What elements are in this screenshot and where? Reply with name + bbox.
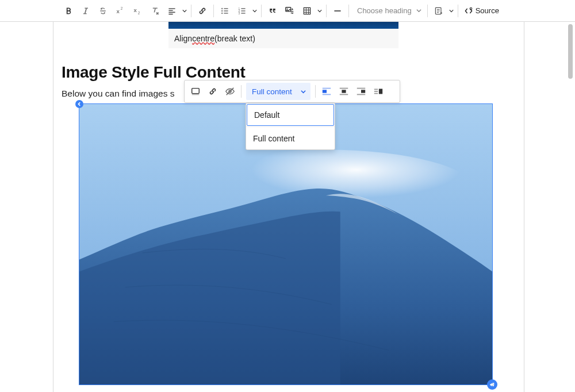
previous-image-tail [168, 22, 398, 29]
toggle-caption-button[interactable] [187, 83, 204, 100]
image-link-button[interactable] [204, 83, 221, 100]
image-style-option-full-content[interactable]: Full content [246, 126, 335, 149]
svg-rect-30 [323, 94, 331, 95]
align-wrap-button[interactable] [370, 83, 387, 100]
caption-text-prefix: Align [174, 34, 192, 43]
separator [315, 85, 316, 98]
media-button[interactable] [281, 2, 298, 20]
separator [241, 85, 241, 98]
caption-spellcheck-word: centre [192, 34, 214, 43]
subscript-button[interactable]: x2 [129, 2, 146, 20]
numbered-list-button[interactable]: 123 [233, 2, 251, 20]
svg-point-6 [221, 10, 223, 11]
svg-rect-9 [224, 13, 228, 14]
bold-button[interactable] [60, 2, 77, 20]
text-align-button[interactable] [163, 2, 181, 20]
option-label: Default [254, 110, 279, 120]
section-paragraph[interactable]: Below you can find images s [62, 89, 174, 99]
svg-text:x: x [117, 8, 120, 14]
image-style-dropdown-panel: Default Full content [246, 103, 335, 150]
svg-rect-11 [241, 8, 245, 9]
chevron-down-icon [301, 87, 306, 96]
remove-format-button[interactable] [146, 2, 163, 20]
editor-page[interactable]: Align centre (break text) Image Style Fu… [53, 22, 524, 392]
toggle-visibility-button[interactable] [221, 83, 239, 100]
svg-rect-31 [342, 90, 346, 93]
svg-rect-35 [357, 88, 365, 89]
svg-rect-33 [340, 94, 348, 95]
strikethrough-button[interactable] [94, 2, 112, 20]
svg-rect-34 [361, 90, 365, 93]
scrollbar-track[interactable] [568, 24, 573, 392]
editor-toolbar: x2 x2 123 Choose heading [0, 0, 575, 22]
link-button[interactable] [194, 2, 211, 20]
svg-rect-29 [323, 88, 331, 89]
svg-rect-24 [192, 89, 200, 94]
separator [427, 5, 428, 17]
align-break-left-button[interactable] [318, 83, 335, 100]
heading-dropdown-label: Choose heading [357, 6, 412, 15]
separator [261, 5, 262, 17]
svg-rect-39 [374, 91, 378, 92]
svg-rect-38 [374, 89, 378, 90]
italic-button[interactable] [77, 2, 94, 20]
selection-handle-start[interactable] [75, 100, 83, 108]
svg-text:2: 2 [121, 6, 123, 10]
svg-rect-40 [374, 93, 378, 94]
image-context-toolbar: Full content [184, 80, 400, 103]
separator [348, 5, 349, 17]
selection-handle-end[interactable]: ↵ [487, 379, 497, 390]
chevron-down-icon [416, 6, 421, 15]
svg-text:3: 3 [239, 11, 240, 14]
horizontal-line-button[interactable] [329, 2, 346, 20]
heading-dropdown[interactable]: Choose heading [351, 2, 425, 20]
blockquote-button[interactable] [264, 2, 281, 20]
svg-text:2: 2 [138, 11, 140, 15]
svg-rect-37 [379, 89, 382, 94]
editor-viewport: Align centre (break text) Image Style Fu… [0, 22, 575, 392]
svg-rect-18 [304, 7, 310, 14]
superscript-button[interactable]: x2 [112, 2, 129, 20]
svg-point-4 [221, 7, 223, 9]
previous-image-caption[interactable]: Align centre (break text) [168, 29, 398, 48]
separator [213, 5, 214, 17]
caption-text-suffix: (break text) [214, 34, 255, 43]
svg-rect-5 [224, 8, 228, 9]
svg-point-17 [287, 8, 288, 9]
svg-point-21 [470, 7, 472, 10]
image-style-dropdown[interactable]: Full content [246, 83, 310, 100]
svg-text:x: x [134, 7, 137, 13]
text-align-chevron[interactable] [181, 9, 189, 13]
separator [326, 5, 327, 17]
image-style-option-default[interactable]: Default [247, 104, 334, 126]
option-label: Full content [253, 134, 294, 143]
source-button[interactable]: Source [461, 2, 503, 20]
separator [458, 5, 458, 17]
table-chevron[interactable] [316, 9, 324, 13]
svg-point-8 [221, 12, 223, 13]
scrollbar-thumb[interactable] [568, 24, 573, 79]
svg-rect-25 [192, 94, 200, 95]
separator [191, 5, 191, 17]
align-break-center-button[interactable] [335, 83, 352, 100]
align-break-right-button[interactable] [352, 83, 370, 100]
insert-template-button[interactable] [430, 2, 447, 20]
svg-rect-15 [241, 13, 245, 14]
svg-rect-7 [224, 10, 228, 11]
svg-rect-28 [323, 90, 327, 93]
svg-rect-13 [241, 10, 245, 11]
section-heading[interactable]: Image Style Full Content [62, 63, 246, 82]
image-style-selected-label: Full content [252, 87, 292, 96]
bulleted-list-button[interactable] [216, 2, 233, 20]
svg-rect-19 [334, 10, 340, 11]
svg-rect-36 [357, 94, 365, 95]
source-button-label: Source [476, 6, 499, 15]
insert-template-chevron[interactable] [447, 9, 455, 13]
list-chevron[interactable] [251, 9, 259, 13]
table-button[interactable] [298, 2, 316, 20]
svg-rect-32 [340, 88, 348, 89]
